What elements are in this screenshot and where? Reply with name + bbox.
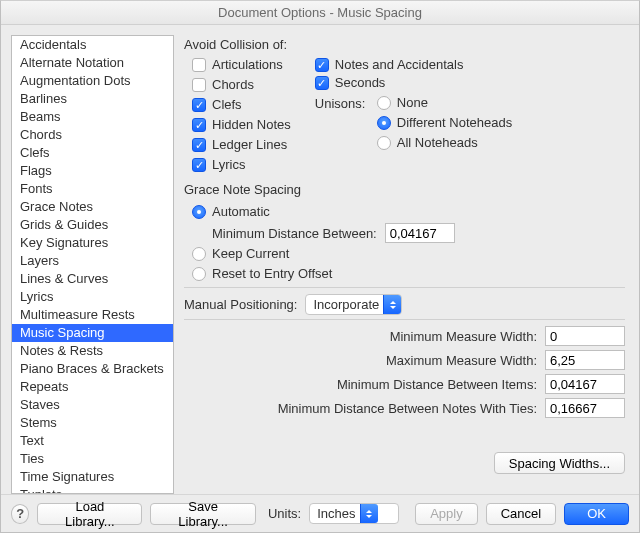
max-measure-width-input[interactable] (545, 350, 625, 370)
avoid-collision-label: Avoid Collision of: (184, 37, 625, 52)
checkbox-icon (192, 78, 206, 92)
sidebar-item[interactable]: Piano Braces & Brackets (12, 360, 173, 378)
sidebar-item[interactable]: Text (12, 432, 173, 450)
field-label: Minimum Distance Between Notes With Ties… (278, 401, 537, 416)
sidebar-item[interactable]: Layers (12, 252, 173, 270)
checkbox-icon (192, 58, 206, 72)
avoid-left-column: ArticulationsChordsClefsHidden NotesLedg… (192, 56, 291, 174)
divider (184, 319, 625, 320)
grace-keep-current-radio[interactable]: Keep Current (192, 245, 625, 263)
avoid-checkbox[interactable]: Notes and Accidentals (315, 56, 512, 74)
avoid-checkbox[interactable]: Chords (192, 76, 291, 94)
sidebar-item[interactable]: Stems (12, 414, 173, 432)
sidebar-item[interactable]: Key Signatures (12, 234, 173, 252)
grace-min-distance-label: Minimum Distance Between: (212, 226, 377, 241)
sidebar-item[interactable]: Repeats (12, 378, 173, 396)
sidebar-item[interactable]: Augmentation Dots (12, 72, 173, 90)
avoid-checkbox[interactable]: Clefs (192, 96, 291, 114)
unisons-all-radio[interactable]: All Noteheads (377, 134, 512, 152)
cancel-button[interactable]: Cancel (486, 503, 556, 525)
checkbox-icon (192, 98, 206, 112)
min-items-distance-input[interactable] (545, 374, 625, 394)
apply-button[interactable]: Apply (415, 503, 478, 525)
sidebar-item[interactable]: Grids & Guides (12, 216, 173, 234)
sidebar-item[interactable]: Clefs (12, 144, 173, 162)
radio-label: All Noteheads (397, 134, 478, 152)
category-sidebar[interactable]: AccidentalsAlternate NotationAugmentatio… (11, 35, 174, 494)
sidebar-item[interactable]: Music Spacing (12, 324, 173, 342)
help-button[interactable]: ? (11, 504, 29, 524)
checkbox-label: Seconds (335, 74, 386, 92)
sidebar-item[interactable]: Beams (12, 108, 173, 126)
checkbox-label: Lyrics (212, 156, 245, 174)
avoid-checkbox[interactable]: Seconds (315, 74, 512, 92)
min-measure-width-row: Minimum Measure Width: (184, 326, 625, 346)
sidebar-item[interactable]: Barlines (12, 90, 173, 108)
divider (184, 287, 625, 288)
load-library-button[interactable]: Load Library... (37, 503, 142, 525)
select-value: Inches (317, 506, 359, 521)
units-select[interactable]: Inches (309, 503, 399, 524)
avoid-checkbox[interactable]: Hidden Notes (192, 116, 291, 134)
manual-positioning-select[interactable]: Incorporate (305, 294, 402, 315)
main-panel: Avoid Collision of: ArticulationsChordsC… (184, 35, 629, 494)
sidebar-item[interactable]: Accidentals (12, 36, 173, 54)
checkbox-icon (315, 76, 329, 90)
sidebar-item[interactable]: Lines & Curves (12, 270, 173, 288)
sidebar-item[interactable]: Grace Notes (12, 198, 173, 216)
radio-icon (192, 205, 206, 219)
radio-label: Reset to Entry Offset (212, 265, 332, 283)
unisons-row: Unisons: None (315, 94, 512, 112)
sidebar-item[interactable]: Flags (12, 162, 173, 180)
checkbox-label: Ledger Lines (212, 136, 287, 154)
checkbox-label: Hidden Notes (212, 116, 291, 134)
avoid-checkbox[interactable]: Ledger Lines (192, 136, 291, 154)
select-value: Incorporate (313, 297, 383, 312)
spacing-widths-wrap: Spacing Widths... (184, 452, 625, 474)
min-measure-width-input[interactable] (545, 326, 625, 346)
grace-min-distance-input[interactable] (385, 223, 455, 243)
spacing-widths-button[interactable]: Spacing Widths... (494, 452, 625, 474)
field-label: Maximum Measure Width: (386, 353, 537, 368)
manual-positioning-label: Manual Positioning: (184, 297, 297, 312)
min-items-distance-row: Minimum Distance Between Items: (184, 374, 625, 394)
sidebar-item[interactable]: Alternate Notation (12, 54, 173, 72)
checkbox-icon (192, 118, 206, 132)
avoid-checkbox[interactable]: Lyrics (192, 156, 291, 174)
document-options-window: Document Options - Music Spacing Acciden… (0, 0, 640, 533)
sidebar-item[interactable]: Ties (12, 450, 173, 468)
radio-icon (377, 96, 391, 110)
sidebar-item[interactable]: Notes & Rests (12, 342, 173, 360)
sidebar-item[interactable]: Chords (12, 126, 173, 144)
field-label: Minimum Measure Width: (390, 329, 537, 344)
avoid-checkbox[interactable]: Articulations (192, 56, 291, 74)
unisons-none-radio[interactable]: None (377, 94, 428, 112)
radio-label: Automatic (212, 203, 270, 221)
unisons-different-radio[interactable]: Different Noteheads (377, 114, 512, 132)
sidebar-item[interactable]: Staves (12, 396, 173, 414)
grace-reset-radio[interactable]: Reset to Entry Offset (192, 265, 625, 283)
min-ties-distance-input[interactable] (545, 398, 625, 418)
ok-button[interactable]: OK (564, 503, 629, 525)
avoid-right-column: Notes and AccidentalsSeconds Unisons: No… (315, 56, 512, 174)
radio-label: Different Noteheads (397, 114, 512, 132)
radio-icon (377, 136, 391, 150)
chevron-updown-icon (383, 295, 401, 314)
sidebar-item[interactable]: Time Signatures (12, 468, 173, 486)
sidebar-item[interactable]: Multimeasure Rests (12, 306, 173, 324)
radio-icon (192, 267, 206, 281)
window-title: Document Options - Music Spacing (1, 1, 639, 25)
unisons-label: Unisons: (315, 96, 367, 111)
grace-automatic-radio[interactable]: Automatic (192, 203, 625, 221)
sidebar-item[interactable]: Tuplets (12, 486, 173, 494)
chevron-updown-icon (360, 504, 378, 523)
checkbox-label: Clefs (212, 96, 242, 114)
radio-icon (377, 116, 391, 130)
save-library-button[interactable]: Save Library... (150, 503, 256, 525)
sidebar-item[interactable]: Fonts (12, 180, 173, 198)
radio-label: Keep Current (212, 245, 289, 263)
checkbox-label: Articulations (212, 56, 283, 74)
sidebar-item[interactable]: Lyrics (12, 288, 173, 306)
checkbox-icon (315, 58, 329, 72)
min-ties-distance-row: Minimum Distance Between Notes With Ties… (184, 398, 625, 418)
